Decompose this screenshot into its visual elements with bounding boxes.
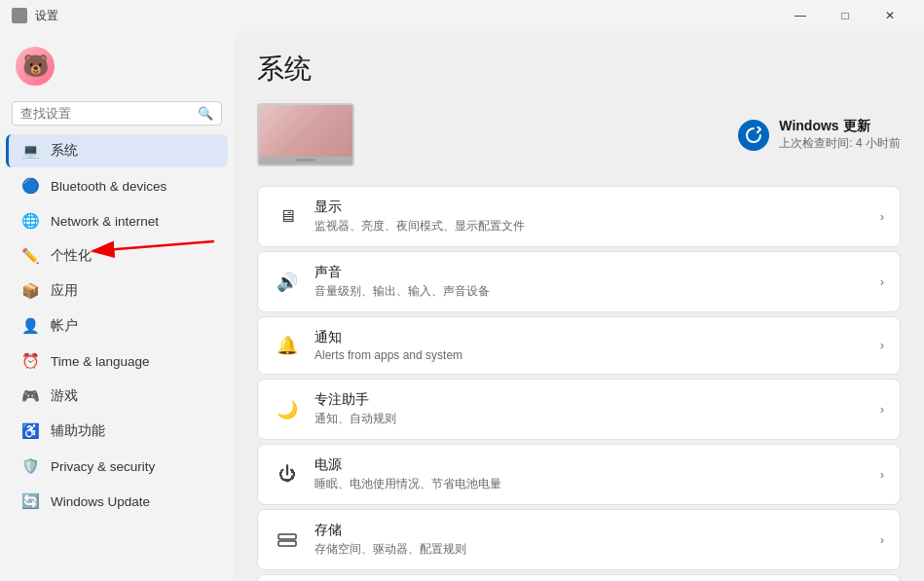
search-input[interactable] xyxy=(20,106,192,121)
sidebar-avatar: 🐻 xyxy=(0,39,234,101)
settings-item-text: 显示 监视器、亮度、夜间模式、显示配置文件 xyxy=(314,199,867,235)
sidebar-item-label: 辅助功能 xyxy=(51,422,105,440)
sidebar-item-network[interactable]: 🌐 Network & internet xyxy=(6,204,228,237)
titlebar-controls: — □ ✕ xyxy=(778,0,912,31)
app-icon xyxy=(12,8,27,23)
settings-item-subtitle: Alerts from apps and system xyxy=(314,348,867,362)
sidebar-item-apps[interactable]: 📦 应用 xyxy=(6,274,228,308)
svg-rect-0 xyxy=(278,534,296,539)
bluetooth-icon: 🔵 xyxy=(21,177,39,195)
settings-item-title: 声音 xyxy=(314,264,867,281)
settings-item-text: 存储 存储空间、驱动器、配置规则 xyxy=(314,522,867,558)
top-section: Windows 更新 上次检查时间: 4 小时前 xyxy=(257,103,901,166)
settings-item-title: 电源 xyxy=(314,456,867,474)
chevron-right-icon: › xyxy=(880,210,884,224)
sidebar-item-label: Network & internet xyxy=(51,214,159,229)
windows-update-icon xyxy=(738,120,769,151)
storage-icon xyxy=(274,527,301,554)
sidebar-item-privacy[interactable]: 🛡️ Privacy & security xyxy=(6,450,228,483)
display-icon: 🖥 xyxy=(274,203,301,231)
sidebar-item-update[interactable]: 🔄 Windows Update xyxy=(6,485,228,518)
sidebar-item-label: Privacy & security xyxy=(51,459,155,474)
settings-item-focus[interactable]: 🌙 专注助手 通知、自动规则 › xyxy=(257,379,901,440)
chevron-right-icon: › xyxy=(880,468,884,482)
svg-rect-1 xyxy=(278,541,296,546)
chevron-right-icon: › xyxy=(880,339,884,352)
network-icon: 🌐 xyxy=(21,212,39,230)
settings-item-text: 声音 音量级别、输出、输入、声音设备 xyxy=(314,264,867,300)
update-title: Windows 更新 xyxy=(779,118,901,135)
focus-icon: 🌙 xyxy=(274,396,301,423)
gaming-icon: 🎮 xyxy=(21,387,39,405)
sidebar-item-accounts[interactable]: 👤 帐户 xyxy=(6,309,228,343)
settings-item-title: 通知 xyxy=(314,329,867,346)
chevron-right-icon: › xyxy=(880,403,884,417)
chevron-right-icon: › xyxy=(880,275,884,289)
avatar: 🐻 xyxy=(16,47,55,86)
settings-item-text: 电源 睡眠、电池使用情况、节省电池电量 xyxy=(314,456,867,492)
accounts-icon: 👤 xyxy=(21,317,39,335)
settings-item-subtitle: 睡眠、电池使用情况、节省电池电量 xyxy=(314,476,867,492)
sidebar-item-time[interactable]: ⏰ Time & language xyxy=(6,345,228,378)
settings-item-text: 通知 Alerts from apps and system xyxy=(314,329,867,362)
apps-icon: 📦 xyxy=(21,282,39,300)
chevron-right-icon: › xyxy=(880,533,884,547)
personalization-icon: ✏️ xyxy=(21,247,39,265)
update-subtitle: 上次检查时间: 4 小时前 xyxy=(779,135,901,152)
sidebar-item-gaming[interactable]: 🎮 游戏 xyxy=(6,380,228,413)
notifications-icon: 🔔 xyxy=(274,332,301,359)
settings-item-power[interactable]: ⏻ 电源 睡眠、电池使用情况、节省电池电量 › xyxy=(257,444,901,505)
sidebar-item-label: Bluetooth & devices xyxy=(51,179,166,194)
sidebar-item-label: Windows Update xyxy=(51,494,150,509)
sidebar-item-label: 系统 xyxy=(51,142,78,160)
sidebar-item-label: Time & language xyxy=(51,354,150,369)
settings-item-title: 存储 xyxy=(314,522,867,539)
page-title: 系统 xyxy=(257,51,901,88)
settings-item-text: 专注助手 通知、自动规则 xyxy=(314,391,867,427)
sidebar-item-accessibility[interactable]: ♿ 辅助功能 xyxy=(6,415,228,448)
settings-item-title: 专注助手 xyxy=(314,391,867,409)
settings-item-notifications[interactable]: 🔔 通知 Alerts from apps and system › xyxy=(257,316,901,375)
settings-item-subtitle: 音量级别、输出、输入、声音设备 xyxy=(314,283,867,300)
sidebar: 🐻 🔍 💻 系统 🔵 Bluetooth & devices 🌐 Network… xyxy=(0,31,234,581)
sidebar-item-bluetooth[interactable]: 🔵 Bluetooth & devices xyxy=(6,169,228,202)
search-icon: 🔍 xyxy=(198,106,213,121)
sidebar-item-system[interactable]: 💻 系统 xyxy=(6,134,228,167)
sidebar-item-label: 帐户 xyxy=(51,317,78,335)
settings-item-subtitle: 通知、自动规则 xyxy=(314,411,867,427)
windows-update-box[interactable]: Windows 更新 上次检查时间: 4 小时前 xyxy=(738,118,901,152)
settings-item-title: 显示 xyxy=(314,199,867,216)
update-text: Windows 更新 上次检查时间: 4 小时前 xyxy=(779,118,901,152)
settings-item-sound[interactable]: 🔊 声音 音量级别、输出、输入、声音设备 › xyxy=(257,251,901,312)
main-content: 系统 Windows 更新 上次检查时间: 4 小时前 🖥 xyxy=(234,31,924,581)
titlebar-title: 设置 xyxy=(35,8,58,24)
app-container: 🐻 🔍 💻 系统 🔵 Bluetooth & devices 🌐 Network… xyxy=(0,31,924,581)
sidebar-item-personalization[interactable]: ✏️ 个性化 xyxy=(6,239,228,272)
settings-item-subtitle: 监视器、亮度、夜间模式、显示配置文件 xyxy=(314,218,867,235)
settings-item-storage[interactable]: 存储 存储空间、驱动器、配置规则 › xyxy=(257,509,901,570)
sidebar-item-label: 个性化 xyxy=(51,247,92,265)
titlebar: 设置 — □ ✕ xyxy=(0,0,924,31)
maximize-button[interactable]: □ xyxy=(823,0,868,31)
settings-item-nearby[interactable]: 📡 Nearby sharing Discoverability, receiv… xyxy=(257,574,901,581)
titlebar-left: 设置 xyxy=(12,8,58,24)
close-button[interactable]: ✕ xyxy=(868,0,912,31)
search-box[interactable]: 🔍 xyxy=(12,101,222,126)
accessibility-icon: ♿ xyxy=(21,422,39,440)
settings-item-subtitle: 存储空间、驱动器、配置规则 xyxy=(314,541,867,558)
display-thumbnail xyxy=(257,103,354,166)
minimize-button[interactable]: — xyxy=(778,0,823,31)
time-icon: ⏰ xyxy=(21,352,39,370)
system-icon: 💻 xyxy=(21,142,39,160)
sidebar-item-label: 应用 xyxy=(51,282,78,300)
sidebar-item-label: 游戏 xyxy=(51,387,78,405)
power-icon: ⏻ xyxy=(274,461,301,489)
update-icon: 🔄 xyxy=(21,492,39,510)
settings-list: 🖥 显示 监视器、亮度、夜间模式、显示配置文件 › 🔊 声音 音量级别、输出、输… xyxy=(257,186,901,581)
settings-item-display[interactable]: 🖥 显示 监视器、亮度、夜间模式、显示配置文件 › xyxy=(257,186,901,247)
privacy-icon: 🛡️ xyxy=(21,457,39,475)
sound-icon: 🔊 xyxy=(274,269,301,296)
